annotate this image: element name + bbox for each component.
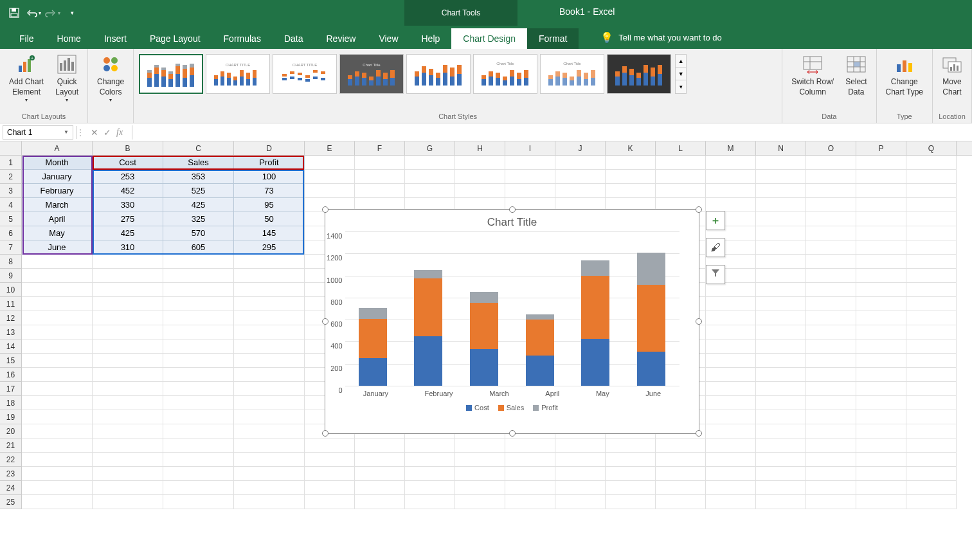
cell-M10[interactable] — [706, 283, 756, 297]
row-header-24[interactable]: 24 — [0, 481, 22, 495]
resize-handle-n[interactable] — [509, 206, 516, 213]
bar-May[interactable] — [581, 231, 609, 386]
resize-handle-nw[interactable] — [322, 206, 328, 213]
cell-O21[interactable] — [806, 438, 856, 453]
cell-M2[interactable] — [706, 170, 756, 184]
cell-O7[interactable] — [806, 240, 856, 255]
cell-C25[interactable] — [163, 495, 234, 509]
cell-L22[interactable] — [656, 453, 706, 467]
cell-A12[interactable] — [22, 311, 93, 325]
name-box[interactable]: Chart 1 ▼ — [3, 125, 73, 140]
cell-L3[interactable] — [656, 184, 706, 198]
legend-item-Profit[interactable]: Profit — [533, 404, 558, 411]
tab-formulas[interactable]: Formulas — [212, 28, 273, 49]
cell-E22[interactable] — [305, 453, 355, 467]
cell-B13[interactable] — [93, 325, 163, 339]
row-header-4[interactable]: 4 — [0, 198, 22, 212]
chart-bars[interactable] — [345, 231, 680, 386]
cell-N19[interactable] — [756, 410, 806, 424]
tab-file[interactable]: File — [8, 28, 46, 49]
cell-M12[interactable] — [706, 311, 756, 325]
cell-P8[interactable] — [856, 255, 906, 269]
cell-B15[interactable] — [93, 354, 163, 368]
cell-M24[interactable] — [706, 481, 756, 495]
cell-D8[interactable] — [234, 255, 305, 269]
cell-B25[interactable] — [93, 495, 163, 509]
cell-D5[interactable]: 50 — [234, 212, 305, 226]
chart-styles-button[interactable]: 🖌 — [706, 238, 725, 257]
cell-P6[interactable] — [856, 226, 906, 240]
cell-H25[interactable] — [455, 495, 505, 509]
cell-O25[interactable] — [806, 495, 856, 509]
column-header-H[interactable]: H — [455, 141, 505, 155]
cell-M4[interactable] — [706, 198, 756, 212]
column-header-P[interactable]: P — [856, 141, 906, 155]
cell-P20[interactable] — [856, 424, 906, 438]
cell-C6[interactable]: 570 — [163, 226, 234, 240]
column-header-E[interactable]: E — [305, 141, 355, 155]
cell-D14[interactable] — [234, 339, 305, 354]
cell-Q7[interactable] — [906, 240, 957, 255]
cell-D6[interactable]: 145 — [234, 226, 305, 240]
bar-segment-Cost[interactable] — [637, 352, 665, 386]
cell-A11[interactable] — [22, 297, 93, 311]
cell-D12[interactable] — [234, 311, 305, 325]
cell-N1[interactable] — [756, 156, 806, 170]
column-header-M[interactable]: M — [706, 141, 756, 155]
cell-D15[interactable] — [234, 354, 305, 368]
cell-M15[interactable] — [706, 354, 756, 368]
bar-segment-Sales[interactable] — [359, 319, 387, 358]
cell-B6[interactable]: 425 — [93, 226, 163, 240]
resize-handle-w[interactable] — [322, 318, 328, 325]
resize-handle-e[interactable] — [696, 318, 702, 325]
cell-N7[interactable] — [756, 240, 806, 255]
cell-J23[interactable] — [555, 467, 606, 481]
cell-D3[interactable]: 73 — [234, 184, 305, 198]
cell-Q16[interactable] — [906, 368, 957, 382]
column-header-N[interactable]: N — [756, 141, 806, 155]
cell-O11[interactable] — [806, 297, 856, 311]
row-header-9[interactable]: 9 — [0, 269, 22, 283]
row-header-20[interactable]: 20 — [0, 424, 22, 438]
cell-P16[interactable] — [856, 368, 906, 382]
cell-A4[interactable]: March — [22, 198, 93, 212]
cell-N18[interactable] — [756, 396, 806, 410]
cell-L25[interactable] — [656, 495, 706, 509]
tab-page-layout[interactable]: Page Layout — [138, 28, 212, 49]
cell-M20[interactable] — [706, 424, 756, 438]
cell-I23[interactable] — [505, 467, 555, 481]
cell-K2[interactable] — [606, 170, 656, 184]
cell-B8[interactable] — [93, 255, 163, 269]
cell-A21[interactable] — [22, 438, 93, 453]
cell-O18[interactable] — [806, 396, 856, 410]
chart-title[interactable]: Chart Title — [325, 210, 699, 231]
cell-M17[interactable] — [706, 382, 756, 396]
cell-Q18[interactable] — [906, 396, 957, 410]
cell-O5[interactable] — [806, 212, 856, 226]
cell-G21[interactable] — [405, 438, 455, 453]
bar-segment-Profit[interactable] — [359, 308, 387, 319]
cell-N23[interactable] — [756, 467, 806, 481]
cell-D21[interactable] — [234, 438, 305, 453]
cell-C10[interactable] — [163, 283, 234, 297]
column-header-Q[interactable]: Q — [906, 141, 957, 155]
cell-O8[interactable] — [806, 255, 856, 269]
cell-P3[interactable] — [856, 184, 906, 198]
row-header-3[interactable]: 3 — [0, 184, 22, 198]
chart-style-6[interactable]: Chart Title — [473, 54, 537, 94]
name-box-dropdown-icon[interactable]: ▼ — [64, 129, 69, 135]
cell-H3[interactable] — [455, 184, 505, 198]
cell-H24[interactable] — [455, 481, 505, 495]
cell-A13[interactable] — [22, 325, 93, 339]
cell-B7[interactable]: 310 — [93, 240, 163, 255]
cell-P19[interactable] — [856, 410, 906, 424]
cell-M25[interactable] — [706, 495, 756, 509]
cell-A1[interactable]: Month — [22, 156, 93, 170]
bar-segment-Profit[interactable] — [414, 270, 442, 278]
cell-B3[interactable]: 452 — [93, 184, 163, 198]
bar-April[interactable] — [526, 231, 554, 386]
tab-help[interactable]: Help — [410, 28, 452, 49]
cell-Q15[interactable] — [906, 354, 957, 368]
cell-C24[interactable] — [163, 481, 234, 495]
cell-O3[interactable] — [806, 184, 856, 198]
